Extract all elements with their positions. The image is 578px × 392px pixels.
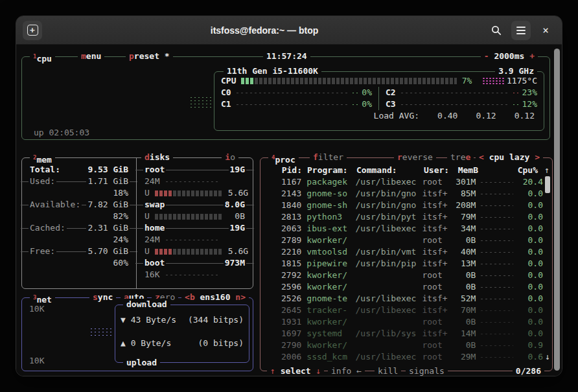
disk-name: root — [143, 164, 166, 176]
process-scrollbar[interactable] — [545, 176, 550, 193]
mem-stat-row: Available:7.82 GiB — [29, 199, 130, 211]
process-row[interactable]: 2813 python3 /usr/bin/pyt itsf+ 79M 0.0 — [264, 211, 543, 223]
titlebar-actions: × — [487, 21, 555, 40]
mem-stat-row: Free:5.70 GiB — [29, 246, 130, 257]
net-traffic-graph — [89, 327, 111, 337]
process-row[interactable]: 1697 systemd /usr/lib/sys itsf+ 14M 0.0 — [264, 328, 543, 340]
disk-io-graph-tail — [237, 180, 244, 183]
mem-stat-percent: 60% — [112, 257, 130, 269]
mem-stat-label: Free: — [29, 246, 56, 257]
net-interface-selector[interactable]: <b ens160 n> — [181, 292, 249, 303]
cpu-box-title[interactable]: 1cpu — [30, 51, 55, 65]
mem-stat-value: 5.70 GiB — [86, 246, 130, 257]
col-user[interactable]: User: — [424, 165, 452, 176]
terminal-scrollbar[interactable] — [554, 49, 560, 371]
mem-box-title[interactable]: 2mem — [30, 152, 55, 166]
col-pid[interactable]: Pid: — [264, 165, 302, 176]
process-cpu-graph — [480, 227, 513, 231]
process-cpu-graph — [480, 309, 513, 312]
mem-stat-row: Cached:2.31 GiB — [29, 222, 130, 234]
process-cpu-graph — [480, 216, 513, 219]
terminal-window: + itsfoss@fedora:~ — btop × 1cpu menu pr… — [16, 16, 562, 376]
mem-stat-percent-row: 82% — [29, 211, 130, 222]
core-row-0: C0 0% C2 23% — [214, 87, 544, 98]
process-row[interactable]: 1815 pipewire /usr/bin/pip itsf+ 13M 0.0 — [264, 258, 543, 270]
load-average-15m: 0.12 — [514, 110, 535, 122]
proc-box-title[interactable]: 4proc — [268, 152, 299, 166]
close-button[interactable]: × — [536, 21, 555, 40]
process-cpu-graph — [480, 181, 513, 184]
disk-io-value: 24M — [143, 176, 161, 187]
search-button[interactable] — [487, 21, 506, 40]
process-table-header: Pid: Program: Command: User: MemB Cpu% — [264, 165, 543, 176]
io-mode-toggle[interactable]: io — [222, 152, 238, 163]
core-graph-tail — [351, 103, 359, 106]
cpu-history-graph — [189, 97, 213, 109]
process-row[interactable]: 1840 gnome-sh /usr/bin/gno itsf+ 208M 0.… — [264, 200, 543, 211]
refresh-rate-control[interactable]: - 2000ms + — [481, 51, 538, 62]
preset-button[interactable]: preset * — [126, 51, 173, 62]
menu-button[interactable] — [511, 21, 531, 40]
desktop: + itsfoss@fedora:~ — btop × 1cpu menu pr… — [0, 0, 578, 392]
load-average-5m: 0.12 — [476, 110, 496, 122]
disks-toggle[interactable]: disks — [141, 152, 173, 163]
disk-io-value: 16K — [143, 269, 161, 281]
disk-size: 973M — [224, 257, 246, 269]
disk-size: 19G — [229, 222, 246, 234]
process-row[interactable]: 2526 gnome-te /usr/libexec itsf+ 52M 0.0 — [264, 293, 543, 305]
sort-column-selector[interactable]: < cpu lazy > — [476, 152, 543, 163]
select-control[interactable]: ↑ select ↓ — [267, 365, 324, 376]
disk-name-row: root19G — [143, 164, 246, 176]
process-cpu-graph — [480, 262, 513, 266]
disk-name: home — [143, 222, 166, 234]
process-row[interactable]: 2006 sssd_kcm /usr/libexec root 29M 0.6 — [264, 351, 543, 363]
core-label: C3 — [386, 98, 396, 110]
process-row[interactable]: 1167 packagek /usr/libexec root 301M 20.… — [264, 176, 543, 188]
info-button[interactable]: info ← — [328, 365, 365, 376]
disk-io-graph — [165, 180, 220, 183]
cpu-details-box: 11th Gen i5-11600K 3.9 GHz CPU 7% 1175°C… — [214, 71, 544, 131]
mem-stat-value: 9.53 GiB — [86, 164, 130, 176]
terminal-content: 1cpu menu preset * 11:57:24 - 2000ms + 1… — [16, 45, 562, 376]
process-row[interactable]: 2792 kworker/ root 0B 0.0 — [264, 270, 543, 281]
disk-used-label: U — [143, 211, 151, 222]
mem-stat-percent: 82% — [112, 211, 130, 222]
core-label: C2 — [386, 87, 396, 98]
core-graph — [400, 91, 508, 95]
load-average-row: Load AVG: 0.40 0.12 0.12 — [214, 110, 544, 122]
disk-used-label: U — [143, 187, 151, 199]
scroll-down-arrow-icon[interactable]: ↓ — [545, 351, 550, 363]
signals-button[interactable]: signals — [406, 365, 448, 376]
process-row[interactable]: 1931 kworker/ root 0B 0.0 — [264, 316, 543, 328]
scroll-up-arrow-icon[interactable]: ↑ — [544, 165, 549, 176]
reverse-sort-button[interactable]: reverse — [394, 152, 436, 163]
process-cpu-graph — [480, 321, 513, 324]
menu-button-btop[interactable]: menu — [78, 51, 104, 62]
download-label: download — [123, 299, 170, 310]
cpu-model-label: 11th Gen i5-11600K — [224, 65, 321, 77]
process-row[interactable]: 2063 ibus-ext /usr/libexec itsf+ 34M 0.0 — [264, 223, 543, 235]
process-row[interactable]: 2143 gnome-so /usr/bin/gno itsf+ 85M 0.0 — [264, 188, 543, 200]
disk-name-row: home19G — [143, 222, 246, 234]
mem-stat-label: Cached: — [29, 222, 67, 234]
col-cpu[interactable]: Cpu% — [512, 165, 538, 176]
col-program[interactable]: Program: — [307, 165, 354, 176]
kill-button[interactable]: kill — [375, 365, 401, 376]
process-cpu-graph — [480, 239, 513, 242]
process-row[interactable]: 2596 kworker/ root 0B 0.0 — [264, 281, 543, 293]
net-option-sync[interactable]: sync — [89, 292, 116, 303]
filter-button[interactable]: filter — [310, 152, 347, 163]
disk-io-graph-tail — [237, 238, 244, 242]
mem-stat-percent: 24% — [112, 234, 130, 246]
process-cpu-graph — [480, 297, 513, 301]
col-command[interactable]: Command: — [356, 165, 421, 176]
tree-view-button[interactable]: tree — [447, 152, 474, 163]
process-row[interactable]: 2210 vmtoolsd /usr/bin/vmt itsf+ 40M 0.0 — [264, 246, 543, 258]
process-row[interactable]: 2790 kworker/ root 0B 0.9 — [264, 340, 543, 351]
process-row[interactable]: 2789 kworker/ root 0B 0.0 — [264, 235, 543, 246]
new-tab-button[interactable]: + — [23, 21, 42, 40]
mem-stat-graph — [82, 236, 107, 243]
process-row[interactable]: 2645 tracker- /usr/libexec itsf+ 70M 0.0 — [264, 305, 543, 316]
disk-io-graph — [165, 273, 220, 277]
col-memb[interactable]: MemB — [452, 165, 478, 176]
